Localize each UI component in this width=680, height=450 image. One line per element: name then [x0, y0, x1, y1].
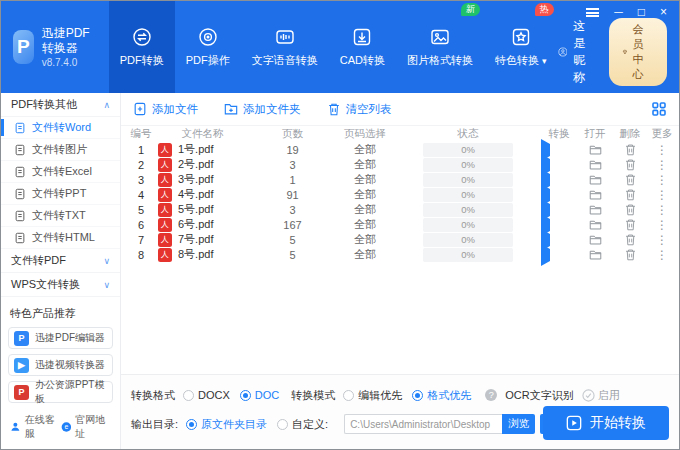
close-icon[interactable]: ×	[660, 6, 667, 18]
output-option[interactable]: 自定义:	[277, 417, 328, 432]
delete-button[interactable]	[613, 143, 647, 156]
more-button[interactable]: ⋮	[647, 158, 677, 172]
clear-list-button[interactable]: 清空列表	[327, 102, 392, 117]
progress-bar: 0%	[423, 188, 513, 202]
tab-special-convert[interactable]: 特色转换▾热	[484, 1, 558, 93]
delete-button[interactable]	[613, 173, 647, 186]
maximize-icon[interactable]: □	[638, 6, 645, 18]
file-name: 5号.pdf	[178, 202, 213, 217]
online-service-link[interactable]: 在线客服	[10, 413, 61, 441]
more-button[interactable]: ⋮	[647, 203, 677, 217]
view-toggle-button[interactable]	[651, 101, 667, 117]
browse-button[interactable]: 浏览	[502, 414, 535, 434]
more-button[interactable]: ⋮	[647, 188, 677, 202]
open-folder-button[interactable]	[577, 143, 613, 156]
delete-button[interactable]	[613, 188, 647, 201]
delete-button[interactable]	[613, 203, 647, 216]
tab-badge: 新	[461, 3, 480, 16]
open-folder-button[interactable]	[577, 218, 613, 231]
play-square-icon	[566, 415, 582, 431]
sidebar-item-file-to-html[interactable]: 文件转HTML	[1, 227, 120, 249]
page-range-select[interactable]: 全部	[335, 202, 395, 217]
file-number: 6	[127, 219, 155, 231]
promo-section: 特色产品推荐P迅捷PDF编辑器▶迅捷视频转换器P办公资源PPT模板	[1, 298, 120, 410]
more-button[interactable]: ⋮	[647, 218, 677, 232]
page-range-select[interactable]: 全部	[335, 232, 395, 247]
product-video-converter[interactable]: ▶迅捷视频转换器	[8, 354, 113, 376]
table-header: 编号文件名称页数页码选择状态转换打开删除更多	[121, 126, 679, 142]
mode-option[interactable]: 编辑优先	[343, 388, 402, 403]
sidebar-section-file-to-pdf[interactable]: 文件转PDF∨	[1, 249, 120, 273]
file-name-cell: 人3号.pdf	[155, 172, 250, 187]
progress-bar: 0%	[423, 203, 513, 217]
format-option[interactable]: DOC	[240, 389, 279, 401]
document-icon	[14, 144, 26, 156]
menu-icon[interactable]	[586, 8, 599, 17]
page-range-select[interactable]: 全部	[335, 172, 395, 187]
product-pdf-editor[interactable]: P迅捷PDF编辑器	[8, 327, 113, 349]
add-folder-button[interactable]: 添加文件夹	[224, 102, 301, 117]
delete-button[interactable]	[613, 158, 647, 171]
page-range-select[interactable]: 全部	[335, 217, 395, 232]
delete-button[interactable]	[613, 233, 647, 246]
open-folder-button[interactable]	[577, 188, 613, 201]
browser-icon: e	[61, 421, 72, 433]
sidebar-section-wps-convert[interactable]: WPS文件转换∨	[1, 273, 120, 297]
pdf-file-icon: 人	[158, 203, 172, 217]
open-folder-button[interactable]	[577, 233, 613, 246]
page-range-select[interactable]: 全部	[335, 187, 395, 202]
open-folder-button[interactable]	[577, 203, 613, 216]
sidebar-item-file-to-excel[interactable]: 文件转Excel	[1, 161, 120, 183]
delete-button[interactable]	[613, 218, 647, 231]
open-folder-button[interactable]	[577, 173, 613, 186]
vip-center-button[interactable]: 会员中心	[609, 18, 667, 86]
page-range-select[interactable]: 全部	[335, 157, 395, 172]
open-folder-button[interactable]	[577, 248, 613, 261]
app-title: 迅捷PDF转换器	[42, 26, 93, 55]
open-folder-button[interactable]	[577, 158, 613, 171]
product-ppt-template[interactable]: P办公资源PPT模板	[8, 381, 113, 403]
more-button[interactable]: ⋮	[647, 143, 677, 157]
tab-speech-convert[interactable]: 文字语音转换	[241, 1, 329, 93]
sidebar-item-file-to-image[interactable]: 文件转图片	[1, 139, 120, 161]
page-range-select[interactable]: 全部	[335, 247, 395, 262]
sidebar-item-file-to-word[interactable]: 文件转Word	[1, 117, 120, 139]
delete-button[interactable]	[613, 248, 647, 261]
convert-play-button[interactable]	[541, 244, 550, 266]
file-name-cell: 人2号.pdf	[155, 157, 250, 172]
add-file-button[interactable]: 添加文件	[133, 102, 198, 117]
ocr-enable-checkbox[interactable]	[582, 389, 595, 402]
tab-label: 文字语音转换	[252, 53, 318, 68]
page-range-select[interactable]: 全部	[335, 142, 395, 157]
more-button[interactable]: ⋮	[647, 233, 677, 247]
format-option[interactable]: DOCX	[183, 389, 230, 401]
website-link[interactable]: e官网地址	[61, 413, 112, 441]
more-button[interactable]: ⋮	[647, 173, 677, 187]
sidebar-item-file-to-txt[interactable]: 文件转TXT	[1, 205, 120, 227]
sidebar-item-file-to-ppt[interactable]: 文件转PPT	[1, 183, 120, 205]
format-label: 转换格式	[131, 388, 175, 403]
pdf-operate-icon	[197, 26, 219, 48]
trash-icon	[624, 203, 637, 216]
file-number: 7	[127, 234, 155, 246]
start-convert-button[interactable]: 开始转换	[543, 406, 669, 440]
progress-bar: 0%	[423, 233, 513, 247]
output-path-input[interactable]	[344, 414, 502, 434]
user-account[interactable]: 这是昵称	[558, 18, 597, 86]
trash-icon	[624, 173, 637, 186]
help-icon[interactable]: ?	[485, 389, 497, 401]
minimize-icon[interactable]: ─	[614, 6, 623, 18]
more-button[interactable]: ⋮	[647, 248, 677, 262]
sidebar-section-pdf-convert-other[interactable]: PDF转换其他∧	[1, 93, 120, 117]
progress-bar: 0%	[423, 218, 513, 232]
pdf-file-icon: 人	[158, 158, 172, 172]
document-icon	[14, 210, 26, 222]
output-option[interactable]: 原文件夹目录	[186, 417, 267, 432]
tab-image-convert[interactable]: 图片格式转换新	[396, 1, 484, 93]
tab-pdf-operate[interactable]: PDF操作	[175, 1, 241, 93]
trash-icon	[624, 233, 637, 246]
mode-option[interactable]: 格式优先	[412, 388, 471, 403]
tab-pdf-convert[interactable]: PDF转换	[109, 1, 175, 93]
chevron-down-icon: ∨	[103, 280, 110, 290]
tab-cad-convert[interactable]: CAD转换	[329, 1, 396, 93]
